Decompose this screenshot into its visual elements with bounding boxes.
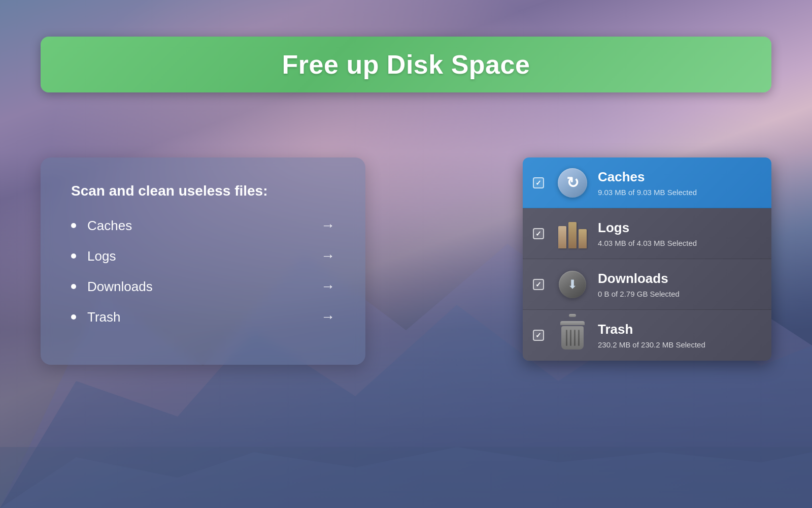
feature-list: Caches → Logs → Downloads → Trash →	[71, 217, 335, 325]
arrow-icon: →	[321, 309, 335, 325]
panel-row-trash[interactable]: ✓ Trash	[523, 310, 771, 361]
arrow-icon: →	[321, 248, 335, 264]
downloads-icon-area	[556, 268, 589, 301]
arrow-icon: →	[321, 217, 335, 234]
checkmark-icon: ✓	[535, 230, 542, 238]
caches-icon	[558, 168, 587, 198]
row-title-trash: Trash	[598, 322, 761, 337]
trash-line	[566, 330, 567, 346]
trash-icon	[559, 321, 586, 350]
checkbox-trash[interactable]: ✓	[533, 330, 548, 341]
checkmark-icon: ✓	[535, 179, 542, 187]
list-item-label: Logs	[87, 248, 280, 264]
panel-row-caches[interactable]: ✓ Caches 9.03 MB of 9.03 MB Selected	[523, 157, 771, 208]
trash-handle	[569, 314, 576, 317]
row-subtitle-downloads: 0 B of 2.79 GB Selected	[598, 290, 761, 298]
checkbox-downloads[interactable]: ✓	[533, 279, 548, 290]
row-info-logs: Logs 4.03 MB of 4.03 MB Selected	[598, 220, 761, 247]
row-subtitle-caches: 9.03 MB of 9.03 MB Selected	[598, 188, 761, 197]
row-subtitle-logs: 4.03 MB of 4.03 MB Selected	[598, 239, 761, 247]
list-item: Trash →	[71, 309, 335, 325]
left-card-title: Scan and clean useless files:	[71, 183, 335, 199]
header-banner: Free up Disk Space	[41, 37, 771, 92]
row-info-caches: Caches 9.03 MB of 9.03 MB Selected	[598, 169, 761, 197]
checkbox-logs[interactable]: ✓	[533, 228, 548, 239]
checkmark-icon: ✓	[535, 280, 542, 289]
trash-icon-area	[556, 319, 589, 352]
arrow-icon: →	[321, 278, 335, 295]
row-title-caches: Caches	[598, 169, 761, 185]
trash-line	[570, 330, 571, 346]
logs-icon-area	[556, 217, 589, 250]
trash-line	[574, 330, 576, 346]
caches-icon-area	[556, 167, 589, 199]
list-item-label: Caches	[87, 218, 280, 234]
panel-row-logs[interactable]: ✓ Logs 4.03 MB of 4.03 MB Selected	[523, 208, 771, 259]
downloads-icon	[559, 271, 586, 298]
trash-body	[561, 326, 584, 350]
page-title: Free up Disk Space	[282, 49, 530, 80]
trash-lid	[560, 321, 585, 325]
trash-lines	[566, 330, 580, 346]
list-item-label: Downloads	[87, 279, 280, 295]
left-card: Scan and clean useless files: Caches → L…	[41, 157, 365, 365]
checkbox-caches[interactable]: ✓	[533, 177, 548, 188]
trash-line	[578, 330, 580, 346]
panel-row-downloads[interactable]: ✓ Downloads 0 B of 2.79 GB Selected	[523, 259, 771, 310]
row-info-downloads: Downloads 0 B of 2.79 GB Selected	[598, 271, 761, 298]
row-subtitle-trash: 230.2 MB of 230.2 MB Selected	[598, 340, 761, 349]
checkmark-icon: ✓	[535, 331, 542, 339]
bullet-dot	[71, 253, 76, 259]
list-item: Downloads →	[71, 278, 335, 295]
list-item: Logs →	[71, 248, 335, 264]
bullet-dot	[71, 284, 76, 289]
row-info-trash: Trash 230.2 MB of 230.2 MB Selected	[598, 322, 761, 349]
bullet-dot	[71, 223, 76, 228]
bullet-dot	[71, 314, 76, 320]
list-item-label: Trash	[87, 309, 280, 325]
right-panel: ✓ Caches 9.03 MB of 9.03 MB Selected ✓	[523, 157, 771, 361]
list-item: Caches →	[71, 217, 335, 234]
row-title-logs: Logs	[598, 220, 761, 236]
logs-icon	[558, 219, 587, 248]
row-title-downloads: Downloads	[598, 271, 761, 287]
